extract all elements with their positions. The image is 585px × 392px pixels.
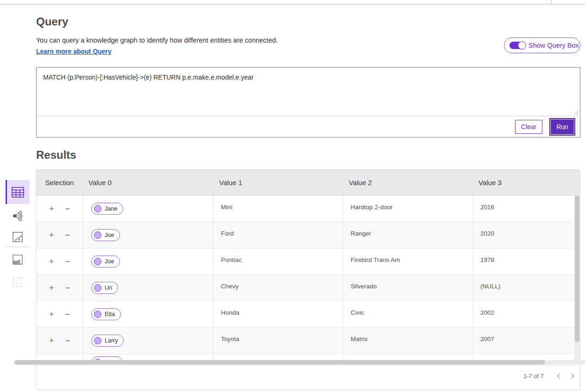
- entity-cell: Larry: [83, 328, 214, 354]
- cell-value2: Matrix: [343, 328, 473, 354]
- remove-from-selection-button[interactable]: −: [65, 257, 70, 266]
- show-query-box-toggle[interactable]: Show Query Box: [504, 37, 580, 53]
- entity-cell: Uri: [83, 275, 214, 301]
- toggle-knob: [518, 41, 526, 50]
- selection-cell: + −: [37, 328, 83, 354]
- cell-value2: Silverado: [343, 275, 473, 301]
- entity-chip[interactable]: Uri: [91, 282, 118, 294]
- entity-cell: Joe: [83, 249, 214, 274]
- entity-chip[interactable]: Etta: [91, 308, 121, 320]
- column-header-value3: Value 3: [473, 170, 575, 195]
- add-to-selection-button[interactable]: +: [49, 336, 54, 345]
- cell-value3: [473, 354, 575, 360]
- chevron-right-icon: [571, 373, 574, 379]
- page-title: Query: [36, 15, 68, 28]
- cell-value1: Chevy: [214, 275, 343, 301]
- cell-value3: (NULL): [473, 275, 575, 301]
- sidebar-item-link-chart-view[interactable]: [6, 208, 30, 223]
- sidebar-item-map-view[interactable]: [6, 230, 30, 244]
- cell-value1: Honda: [214, 301, 343, 327]
- remove-from-selection-button[interactable]: −: [65, 336, 70, 345]
- entity-icon: [94, 284, 101, 292]
- top-divider: [0, 4, 585, 5]
- table-row: + − Joe Pontiac Firebird Trans Am 1978: [37, 249, 580, 275]
- sidebar-item-selection-tool-disabled: [6, 275, 30, 290]
- previous-page-button[interactable]: [556, 372, 561, 380]
- query-description: You can query a knowledge graph to ident…: [36, 37, 278, 44]
- entity-name: Jane: [105, 205, 117, 212]
- remove-from-selection-button[interactable]: −: [65, 284, 70, 292]
- pagination: 1-7 of 7: [523, 372, 575, 380]
- horizontal-scrollbar-thumb[interactable]: [15, 360, 545, 365]
- entity-cell: Etta: [83, 301, 214, 327]
- remove-from-selection-button[interactable]: −: [65, 310, 70, 318]
- cell-value2: Civic: [343, 301, 473, 327]
- map-view-icon: [12, 231, 23, 243]
- entity-icon: [94, 311, 101, 318]
- add-to-selection-button[interactable]: +: [49, 231, 54, 239]
- cell-value3: 1978: [473, 249, 575, 274]
- entity-cell: [83, 354, 214, 360]
- cell-value1: Mini: [214, 196, 343, 222]
- next-page-button[interactable]: [570, 372, 575, 380]
- entity-name: Joe: [105, 232, 114, 238]
- query-page: Query You can query a knowledge graph to…: [0, 0, 585, 392]
- column-header-selection: Selection: [37, 170, 83, 195]
- pagination-range-label: 1-7 of 7: [523, 373, 544, 380]
- selection-cell: + −: [37, 222, 83, 248]
- add-to-selection-button[interactable]: +: [49, 284, 54, 292]
- cell-value3: 2020: [473, 222, 575, 248]
- sidebar-item-map-overlay-view[interactable]: [6, 252, 30, 267]
- cell-value1: [214, 354, 343, 360]
- footer-divider: [37, 366, 580, 366]
- cell-value3: 2016: [473, 196, 575, 222]
- selected-accent-bar: [6, 180, 7, 204]
- remove-from-selection-button[interactable]: −: [65, 205, 70, 213]
- toggle-switch-on[interactable]: [510, 42, 525, 49]
- entity-chip[interactable]: [91, 356, 123, 360]
- remove-from-selection-button[interactable]: −: [65, 231, 70, 239]
- learn-more-link[interactable]: Learn more about Query: [36, 48, 112, 55]
- run-button[interactable]: Run: [551, 119, 574, 134]
- entity-name: Uri: [105, 285, 112, 291]
- entity-icon: [94, 231, 101, 239]
- results-rows: + − Jane Mini Hardtop 2-door 2016 + − Jo…: [37, 196, 580, 354]
- clear-button[interactable]: Clear: [515, 120, 542, 134]
- table-row-partial: [37, 354, 580, 360]
- entity-name: Etta: [105, 311, 115, 317]
- table-header-row: Selection Value 0 Value 1 Value 2 Value …: [37, 170, 580, 196]
- entity-chip[interactable]: Joe: [91, 229, 120, 241]
- add-to-selection-button[interactable]: +: [49, 310, 54, 318]
- vertical-scrollbar[interactable]: [574, 196, 580, 360]
- table-row: + − Jane Mini Hardtop 2-door 2016: [37, 196, 580, 222]
- selection-cell: + −: [37, 249, 83, 274]
- query-box: MATCH (p:Person)-[:HasVehicle]->(e) RETU…: [36, 67, 580, 137]
- sidebar-divider: [6, 247, 29, 247]
- cell-value2: Hardtop 2-door: [343, 196, 473, 222]
- entity-cell: Joe: [83, 222, 214, 248]
- vertical-scrollbar-thumb[interactable]: [575, 196, 579, 342]
- entity-chip[interactable]: Joe: [91, 255, 120, 268]
- chevron-left-icon: [557, 373, 560, 379]
- cell-value3: 2007: [473, 328, 575, 354]
- column-header-value1: Value 1: [214, 170, 343, 195]
- toggle-label: Show Query Box: [528, 42, 579, 49]
- sidebar-item-table-view[interactable]: [6, 180, 30, 204]
- selection-tool-icon: [12, 277, 23, 288]
- add-to-selection-button[interactable]: +: [49, 257, 54, 266]
- horizontal-scrollbar[interactable]: [14, 360, 585, 365]
- table-scroll-area: + − Jane Mini Hardtop 2-door 2016 + − Jo…: [37, 196, 580, 360]
- cell-value2: Firebird Trans Am: [343, 249, 473, 274]
- selection-cell: + −: [37, 196, 83, 222]
- query-input[interactable]: MATCH (p:Person)-[:HasVehicle]->(e) RETU…: [37, 68, 580, 116]
- entity-chip[interactable]: Jane: [91, 203, 123, 215]
- entity-chip[interactable]: Larry: [91, 335, 124, 347]
- cell-value3: 2002: [473, 301, 575, 327]
- link-chart-icon: [12, 210, 24, 222]
- results-card: Selection Value 0 Value 1 Value 2 Value …: [36, 169, 580, 390]
- selection-cell: + −: [37, 301, 83, 327]
- entity-cell: Jane: [83, 196, 214, 222]
- add-to-selection-button[interactable]: +: [49, 205, 54, 213]
- cell-value1: Toyota: [214, 328, 343, 354]
- cell-value1: Ford: [214, 222, 343, 248]
